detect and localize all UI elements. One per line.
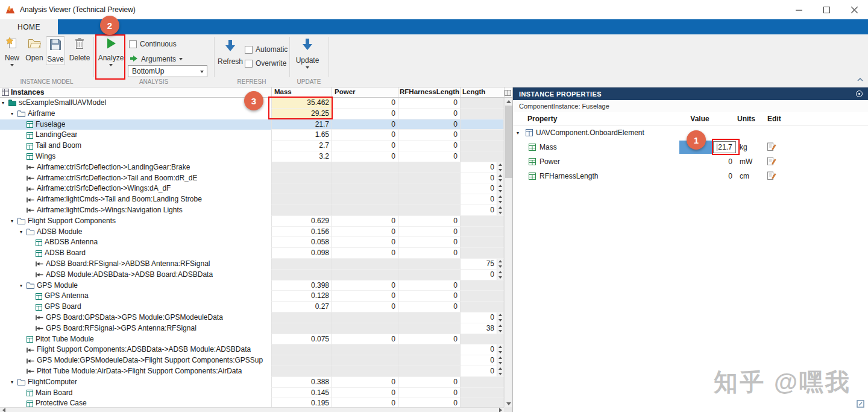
mass-cell[interactable]: 0.156 <box>271 227 332 238</box>
vertical-scrollbar-thumb[interactable] <box>505 106 512 178</box>
rf-cell[interactable]: 0 <box>398 280 460 291</box>
power-cell[interactable]: 0 <box>332 237 398 248</box>
power-cell[interactable]: 0 <box>332 119 398 130</box>
power-cell[interactable]: 0 <box>332 151 398 162</box>
power-cell[interactable]: 0 <box>332 302 398 312</box>
mass-cell[interactable]: 21.7 <box>271 119 332 130</box>
edit-icon[interactable] <box>767 171 776 182</box>
instance-row[interactable]: Flight Support Components:ADSBData->ADSB… <box>0 344 504 355</box>
maximize-button[interactable] <box>813 0 840 19</box>
instance-row[interactable]: ABDSB Antenna0.05800 <box>0 237 504 248</box>
mass-cell[interactable]: 2.7 <box>271 141 332 151</box>
rf-cell[interactable]: 0 <box>398 334 460 345</box>
mass-cell[interactable]: 0.629 <box>271 216 332 227</box>
instance-row[interactable]: ▾Flight Support Components0.62900 <box>0 216 504 227</box>
mass-cell[interactable]: 0.145 <box>271 388 332 399</box>
iteration-order-select[interactable]: BottomUp <box>128 65 207 77</box>
overwrite-checkbox[interactable]: Overwrite <box>245 59 286 68</box>
automatic-checkbox[interactable]: Automatic <box>245 45 288 54</box>
rf-cell[interactable]: 0 <box>398 98 460 109</box>
length-spinner[interactable] <box>497 312 503 323</box>
rf-cell[interactable]: 0 <box>398 291 460 302</box>
instance-row[interactable]: Airframe:lightCmds->Wings:Navigation Lig… <box>0 205 504 216</box>
instance-row[interactable]: ADSB Module:ADSBData->ADSB Board:ADSBDat… <box>0 270 504 280</box>
rf-cell[interactable]: 0 <box>398 248 460 259</box>
power-cell[interactable]: 0 <box>332 291 398 302</box>
length-cell[interactable]: 0 <box>460 270 504 280</box>
instance-row[interactable]: LandingGear1.6500 <box>0 130 504 141</box>
instance-row[interactable]: Main Board0.14500 <box>0 388 504 399</box>
minimize-button[interactable] <box>785 0 813 19</box>
power-value[interactable]: 0 <box>728 157 732 166</box>
instance-row[interactable]: ▾GPS Module0.39800 <box>0 280 504 291</box>
tree-expander-icon[interactable]: ▾ <box>20 280 27 291</box>
length-spinner[interactable] <box>497 344 503 355</box>
power-cell[interactable]: 0 <box>332 334 398 345</box>
column-header-rfharnesslength[interactable]: RFHarnessLength <box>400 88 459 95</box>
instance-row[interactable]: GPS Board:RFSignal->GPS Antenna:RFSignal… <box>0 323 504 334</box>
mass-cell[interactable]: 0.075 <box>271 334 332 345</box>
column-header-mass[interactable]: Mass <box>274 88 292 95</box>
length-spinner[interactable] <box>497 194 503 204</box>
vertical-scrollbar[interactable] <box>504 98 512 407</box>
rf-cell[interactable]: 0 <box>398 216 460 227</box>
rf-cell[interactable]: 0 <box>398 388 460 399</box>
instance-row[interactable]: GPS Board0.2700 <box>0 302 504 312</box>
close-button[interactable] <box>840 0 868 19</box>
length-spinner[interactable] <box>497 270 503 280</box>
tree-expander-icon[interactable]: ▾ <box>11 216 17 227</box>
panel-dock-icon[interactable] <box>857 400 864 410</box>
horizontal-scrollbar[interactable] <box>0 407 504 412</box>
length-spinner[interactable] <box>497 205 503 215</box>
rf-cell[interactable]: 0 <box>398 237 460 248</box>
power-cell[interactable]: 0 <box>332 280 398 291</box>
mass-cell[interactable]: 1.65 <box>271 130 332 141</box>
rf-cell[interactable]: 0 <box>398 119 460 130</box>
new-button[interactable]: New <box>2 37 22 66</box>
rfharnesslength-value[interactable]: 0 <box>728 172 732 180</box>
mass-cell[interactable]: 3.2 <box>271 151 332 162</box>
mass-cell[interactable]: 0.388 <box>271 377 332 388</box>
edit-icon[interactable] <box>767 157 776 167</box>
length-cell[interactable]: 0 <box>460 205 504 216</box>
tree-expander-icon[interactable]: ▾ <box>20 227 27 238</box>
panel-options-icon[interactable] <box>855 90 863 100</box>
column-options-icon[interactable] <box>505 89 511 98</box>
instance-row[interactable]: ADSB Board0.09800 <box>0 248 504 259</box>
length-spinner[interactable] <box>497 162 503 173</box>
column-header-power[interactable]: Power <box>335 88 356 95</box>
continuous-checkbox[interactable]: Continuous <box>129 40 177 48</box>
length-spinner[interactable] <box>497 259 503 269</box>
tree-expander-icon[interactable]: ▾ <box>2 98 8 109</box>
scroll-left-button[interactable] <box>0 408 7 412</box>
mass-cell[interactable]: 0.398 <box>271 280 332 291</box>
length-spinner[interactable] <box>497 183 503 194</box>
mass-cell[interactable]: 0.098 <box>271 248 332 259</box>
length-spinner[interactable] <box>497 366 503 376</box>
power-cell[interactable]: 0 <box>332 227 398 238</box>
power-cell[interactable]: 0 <box>332 248 398 259</box>
delete-button[interactable]: Delete <box>68 37 92 62</box>
length-cell[interactable]: 0 <box>460 194 504 205</box>
instance-row[interactable]: Wings3.200 <box>0 151 504 162</box>
tree-expander-icon[interactable]: ▾ <box>11 109 17 119</box>
mass-cell[interactable]: 0.058 <box>271 237 332 248</box>
column-header-length[interactable]: Length <box>462 88 485 95</box>
scroll-up-button[interactable] <box>505 98 513 105</box>
instance-row[interactable]: Airframe:ctrlSrfcDeflection->Wings:dA_dF… <box>0 183 504 194</box>
tab-home[interactable]: HOME <box>0 19 58 34</box>
power-cell[interactable]: 0 <box>332 377 398 388</box>
rf-cell[interactable]: 0 <box>398 109 460 119</box>
length-cell[interactable]: 0 <box>460 162 504 173</box>
property-row-power[interactable]: Power 0 mW <box>513 154 868 169</box>
power-cell[interactable]: 0 <box>332 388 398 399</box>
length-cell[interactable]: 0 <box>460 344 504 355</box>
rf-cell[interactable]: 0 <box>398 377 460 388</box>
rf-cell[interactable]: 0 <box>398 227 460 238</box>
length-cell[interactable]: 0 <box>460 366 504 377</box>
length-cell[interactable]: 38 <box>460 323 504 334</box>
power-cell[interactable]: 0 <box>332 130 398 141</box>
instance-row[interactable]: GPS Antenna0.12800 <box>0 291 504 302</box>
rf-cell[interactable]: 0 <box>398 151 460 162</box>
instance-row[interactable]: Airframe:ctrlSrfcDeflection->Tail and Bo… <box>0 173 504 184</box>
